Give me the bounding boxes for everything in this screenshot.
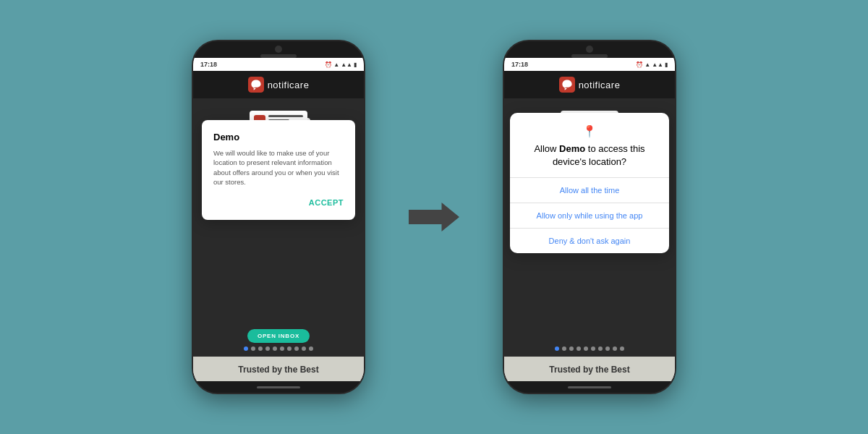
location-title-bold: Demo [559,143,585,154]
dot-6 [287,346,292,351]
dot-7 [294,346,299,351]
dot-r-0 [555,346,559,351]
hero-area-left: Demo We will would like to make use of y… [193,98,364,323]
phone-right: 17:18 ⏰ ▲ ▲▲ ▮ notificare [503,40,676,394]
signal-icon: ▲▲ [341,61,352,68]
dialog-title: Demo [213,132,344,142]
phone-left: 17:18 ⏰ ▲ ▲▲ ▮ notificare [192,40,365,394]
location-dialog-content: 📍 Allow Demo to access this device's loc… [510,113,669,177]
status-icons-left: ⏰ ▲ ▲▲ ▮ [325,61,357,68]
dot-r-7 [605,346,610,351]
trusted-area-left: Trusted by the Best [193,357,364,381]
location-title-part1: Allow [534,143,559,154]
battery-icon-r: ▮ [665,61,668,68]
dot-1 [251,346,255,351]
battery-icon: ▮ [354,61,357,68]
camera-right [586,46,593,53]
line5 [268,115,303,117]
alarm-icon: ⏰ [325,61,332,68]
accept-button[interactable]: ACCEPT [309,198,344,207]
trusted-label-right: Trusted by the Best [549,365,629,375]
bottom-area-right [504,321,675,357]
dialog-body: We will would like to make use of your l… [213,148,344,187]
location-deny[interactable]: Deny & don't ask again [510,229,669,253]
home-indicator-right [504,381,675,393]
dot-r-3 [576,346,581,351]
logo-icon-right [559,77,575,93]
logo-text-left: notificare [268,80,310,90]
page-dots-left [244,346,313,351]
phone-top-right [504,41,675,58]
dot-4 [273,346,277,351]
signal-icon-r: ▲▲ [652,61,663,68]
home-indicator-left [193,381,364,393]
dot-0 [244,346,248,351]
status-bar-right: 17:18 ⏰ ▲ ▲▲ ▮ [504,58,675,71]
trusted-area-right: Trusted by the Best [504,357,675,381]
dot-8 [302,346,306,351]
location-dialog-title: Allow Demo to access this device's locat… [520,142,659,169]
hero-area-right: 📍 Allow Demo to access this device's loc… [504,98,675,321]
status-time-right: 17:18 [511,61,528,68]
status-icons-right: ⏰ ▲ ▲▲ ▮ [636,61,668,68]
dot-r-1 [562,346,566,351]
notificare-logo-right: notificare [559,77,621,93]
location-allow-always[interactable]: Allow all the time [510,178,669,203]
notificare-logo-left: notificare [248,77,310,93]
app-header-right: notificare [504,71,675,98]
status-bar-left: 17:18 ⏰ ▲ ▲▲ ▮ [193,58,364,71]
location-pin-icon: 📍 [520,124,659,138]
app-header-left: notificare [193,71,364,98]
logo-icon-left [248,77,264,93]
dot-5 [280,346,284,351]
dot-r-2 [569,346,574,351]
dialog-accept-area: ACCEPT [213,195,344,208]
dot-3 [265,346,270,351]
trusted-label-left: Trusted by the Best [238,365,318,375]
camera-left [275,46,282,53]
bottom-area-left: OPEN INBOX [193,323,364,357]
dot-r-8 [613,346,617,351]
dot-2 [258,346,263,351]
dot-r-9 [620,346,624,351]
status-time-left: 17:18 [200,61,217,68]
screen-right: 17:18 ⏰ ▲ ▲▲ ▮ notificare [504,58,675,381]
dot-r-5 [591,346,595,351]
home-bar-right [568,386,611,388]
wifi-icon-r: ▲ [644,61,650,68]
dot-9 [309,346,313,351]
wifi-icon: ▲ [333,61,339,68]
demo-dialog: Demo We will would like to make use of y… [202,120,355,220]
screen-left: 17:18 ⏰ ▲ ▲▲ ▮ notificare [193,58,364,381]
logo-text-right: notificare [579,80,621,90]
location-dialog: 📍 Allow Demo to access this device's loc… [510,113,669,253]
home-bar-left [257,386,300,388]
dot-r-4 [584,346,588,351]
arrow-icon [409,199,459,235]
phone-top-left [193,41,364,58]
alarm-icon-r: ⏰ [636,61,643,68]
page-dots-right [555,346,624,351]
scene: 17:18 ⏰ ▲ ▲▲ ▮ notificare [192,40,676,394]
dot-r-6 [598,346,603,351]
location-allow-using[interactable]: Allow only while using the app [510,203,669,228]
open-inbox-button[interactable]: OPEN INBOX [247,329,310,343]
